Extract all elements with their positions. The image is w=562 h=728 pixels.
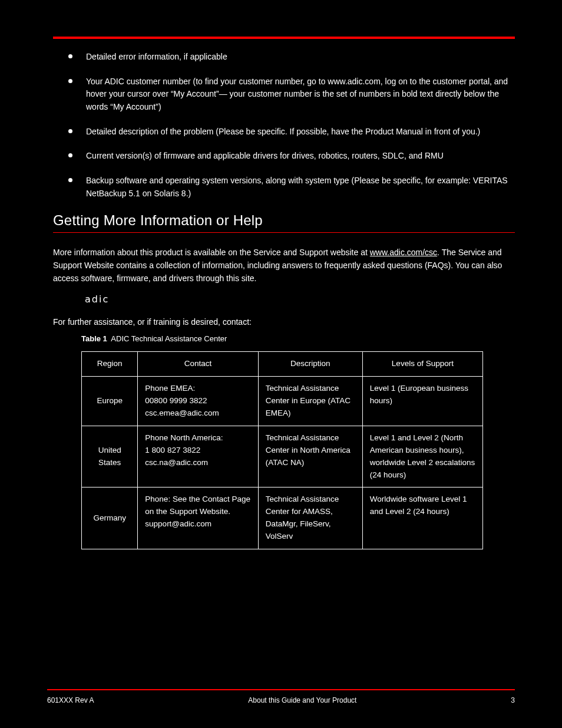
section-heading: Getting More Information or Help [53, 212, 515, 233]
table-caption: Table 1 ADIC Technical Assistance Center [81, 334, 515, 343]
footer-page: 3 [511, 696, 515, 704]
th-desc: Description [258, 352, 362, 377]
list-item: Current version(s) of firmware and appli… [53, 150, 515, 163]
intro-paragraph: More information about this product is a… [53, 246, 515, 285]
cell-desc: Technical Assistance Center in North Ame… [258, 426, 362, 487]
th-support: Levels of Support [362, 352, 482, 377]
adic-logo: adic [85, 294, 515, 305]
header-rule [53, 37, 515, 39]
list-item: Backup software and operating system ver… [53, 174, 515, 200]
cell-contact: Phone EMEA: 00800 9999 3822 csc.emea@adi… [138, 376, 258, 426]
cell-region: United States [82, 426, 138, 487]
cell-support: Level 1 (European business hours) [362, 376, 482, 426]
cell-desc: Technical Assistance Center in Europe (A… [258, 376, 362, 426]
list-item: Detailed description of the problem (Ple… [53, 126, 515, 139]
bullet-text: Backup software and operating system ver… [86, 176, 508, 198]
bullet-text: Detailed error information, if applicabl… [86, 52, 227, 61]
cell-region: Europe [82, 376, 138, 426]
cell-desc: Technical Assistance Center for AMASS, D… [258, 487, 362, 549]
assist-paragraph: For further assistance, or if training i… [53, 315, 515, 328]
bullet-text: Your ADIC customer number (to find your … [86, 77, 508, 111]
cell-region: Germany [82, 487, 138, 549]
bullet-list: Detailed error information, if applicabl… [53, 51, 515, 200]
table-header-row: Region Contact Description Levels of Sup… [82, 352, 483, 377]
footer-doc: 601XXX Rev A [47, 696, 94, 704]
table-caption-text: ADIC Technical Assistance Center [111, 334, 227, 343]
th-region: Region [82, 352, 138, 377]
list-item: Detailed error information, if applicabl… [53, 51, 515, 64]
support-table: Region Contact Description Levels of Sup… [81, 351, 483, 549]
cell-support: Level 1 and Level 2 (North American busi… [362, 426, 482, 487]
th-contact: Contact [138, 352, 258, 377]
table-caption-label: Table 1 [81, 334, 107, 343]
table-row: United States Phone North America: 1 800… [82, 426, 483, 487]
table-row: Germany Phone: See the Contact Page on t… [82, 487, 483, 549]
intro-text-a: More information about this product is a… [53, 248, 370, 257]
intro-url[interactable]: www.adic.com/csc [370, 248, 437, 257]
bullet-text: Current version(s) of firmware and appli… [86, 151, 444, 160]
cell-support: Worldwide software Level 1 and Level 2 (… [362, 487, 482, 549]
list-item: Your ADIC customer number (to find your … [53, 75, 515, 114]
footer-rule [47, 689, 515, 690]
footer-title: About this Guide and Your Product [248, 696, 356, 704]
cell-contact: Phone: See the Contact Page on the Suppo… [138, 487, 258, 549]
table-row: Europe Phone EMEA: 00800 9999 3822 csc.e… [82, 376, 483, 426]
cell-contact: Phone North America: 1 800 827 3822 csc.… [138, 426, 258, 487]
page-footer: 601XXX Rev A About this Guide and Your P… [47, 689, 515, 704]
bullet-text: Detailed description of the problem (Ple… [86, 127, 480, 136]
